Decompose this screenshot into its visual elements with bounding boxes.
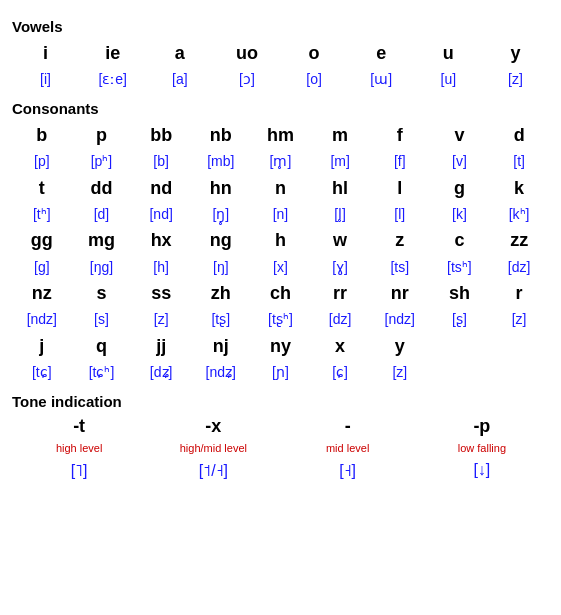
consonant-latin-0-6: f — [370, 121, 430, 150]
tone-desc-1: high/mid level — [146, 439, 280, 457]
tone-latin-2: - — [281, 414, 415, 439]
consonant-latin-0-3: nb — [191, 121, 251, 150]
vowel-ipa-1: [ɛːe] — [79, 68, 146, 92]
consonant-latin-4-3: nj — [191, 332, 251, 361]
consonant-ipa-2-7: [tsʰ] — [430, 256, 490, 280]
consonant-latin-1-8: k — [489, 174, 549, 203]
vowel-latin-2: a — [146, 39, 213, 68]
consonant-latin-4-6: y — [370, 332, 430, 361]
consonant-latin-3-6: nr — [370, 279, 430, 308]
consonant-latin-1-2: nd — [131, 174, 191, 203]
consonant-ipa-3-0: [ndz] — [12, 308, 72, 332]
consonant-latin-1-1: dd — [72, 174, 132, 203]
consonant-ipa-row-0: [p][pʰ][b][mb][m̥][m][f][v][t] — [12, 150, 549, 174]
consonant-ipa-0-1: [pʰ] — [72, 150, 132, 174]
consonant-ipa-row-1: [tʰ][d][nd][ŋ̥][n][l̥][l][k][kʰ] — [12, 203, 549, 227]
consonant-latin-row-4: jqjjnjnyxy — [12, 332, 549, 361]
consonant-latin-4-7 — [430, 332, 490, 361]
tone-desc-3: low falling — [415, 439, 549, 457]
consonants-table: bpbbnbhmmfvd[p][pʰ][b][mb][m̥][m][f][v][… — [12, 121, 549, 385]
consonant-latin-2-2: hx — [131, 226, 191, 255]
vowel-latin-5: e — [348, 39, 415, 68]
consonant-ipa-3-8: [z] — [489, 308, 549, 332]
tone-desc-row: high levelhigh/mid levelmid levellow fal… — [12, 439, 549, 457]
consonant-latin-1-3: hn — [191, 174, 251, 203]
consonant-ipa-2-5: [ɣ] — [310, 256, 370, 280]
consonant-latin-3-7: sh — [430, 279, 490, 308]
vowel-latin-0: i — [12, 39, 79, 68]
consonant-ipa-1-4: [n] — [251, 203, 311, 227]
vowel-ipa-0: [i] — [12, 68, 79, 92]
consonant-latin-3-1: s — [72, 279, 132, 308]
tone-section: Tone indication -t-x--phigh levelhigh/mi… — [12, 393, 549, 482]
consonant-ipa-0-8: [t] — [489, 150, 549, 174]
tone-latin-row: -t-x--p — [12, 414, 549, 439]
consonant-latin-0-0: b — [12, 121, 72, 150]
vowel-latin-1: ie — [79, 39, 146, 68]
consonant-ipa-0-4: [m̥] — [251, 150, 311, 174]
consonant-ipa-0-6: [f] — [370, 150, 430, 174]
consonant-latin-2-3: ng — [191, 226, 251, 255]
tone-ipa-2: [˧] — [281, 457, 415, 482]
consonant-latin-4-5: x — [310, 332, 370, 361]
consonant-latin-0-4: hm — [251, 121, 311, 150]
consonant-latin-3-5: rr — [310, 279, 370, 308]
consonant-ipa-2-1: [ŋg] — [72, 256, 132, 280]
consonant-latin-2-0: gg — [12, 226, 72, 255]
consonant-latin-4-8 — [489, 332, 549, 361]
vowels-table: iieauooeuy [i][ɛːe][a][ɔ][o][ɯ][u][z] — [12, 39, 549, 92]
consonant-latin-4-4: ny — [251, 332, 311, 361]
vowel-latin-row: iieauooeuy — [12, 39, 549, 68]
consonant-ipa-2-2: [h] — [131, 256, 191, 280]
consonant-latin-4-0: j — [12, 332, 72, 361]
vowel-ipa-7: [z] — [482, 68, 549, 92]
vowel-latin-4: o — [281, 39, 348, 68]
consonant-ipa-4-6: [z] — [370, 361, 430, 385]
consonant-latin-1-0: t — [12, 174, 72, 203]
consonant-ipa-row-2: [g][ŋg][h][ŋ][x][ɣ][ts][tsʰ][dz] — [12, 256, 549, 280]
tone-latin-3: -p — [415, 414, 549, 439]
tone-ipa-row: [˥][˦/˧][˧][↓] — [12, 457, 549, 482]
consonant-ipa-4-5: [ɕ] — [310, 361, 370, 385]
consonant-ipa-2-6: [ts] — [370, 256, 430, 280]
consonant-ipa-3-2: [z] — [131, 308, 191, 332]
consonant-ipa-3-1: [s] — [72, 308, 132, 332]
consonant-latin-2-7: c — [430, 226, 490, 255]
consonant-ipa-3-6: [ndz] — [370, 308, 430, 332]
vowel-latin-6: u — [415, 39, 482, 68]
vowel-ipa-5: [ɯ] — [348, 68, 415, 92]
consonant-ipa-row-4: [tɕ][tɕʰ][dʑ][ndʑ][ɲ][ɕ][z] — [12, 361, 549, 385]
consonant-ipa-4-3: [ndʑ] — [191, 361, 251, 385]
consonants-title: Consonants — [12, 100, 549, 117]
consonant-ipa-1-5: [l̥] — [310, 203, 370, 227]
consonant-ipa-0-7: [v] — [430, 150, 490, 174]
vowel-latin-3: uo — [213, 39, 280, 68]
consonant-ipa-1-3: [ŋ̥] — [191, 203, 251, 227]
tone-desc-2: mid level — [281, 439, 415, 457]
consonant-latin-2-1: mg — [72, 226, 132, 255]
consonant-latin-row-2: ggmghxnghwzczz — [12, 226, 549, 255]
consonant-ipa-3-5: [dz] — [310, 308, 370, 332]
consonant-latin-2-6: z — [370, 226, 430, 255]
consonant-latin-3-3: zh — [191, 279, 251, 308]
consonant-latin-3-2: ss — [131, 279, 191, 308]
consonant-latin-1-7: g — [430, 174, 490, 203]
consonant-latin-0-5: m — [310, 121, 370, 150]
consonant-latin-1-4: n — [251, 174, 311, 203]
consonant-ipa-3-3: [tʂ] — [191, 308, 251, 332]
consonant-ipa-4-1: [tɕʰ] — [72, 361, 132, 385]
consonant-latin-2-5: w — [310, 226, 370, 255]
vowel-ipa-row: [i][ɛːe][a][ɔ][o][ɯ][u][z] — [12, 68, 549, 92]
tone-ipa-3: [↓] — [415, 457, 549, 482]
consonant-latin-row-1: tddndhnnhllgk — [12, 174, 549, 203]
tone-title: Tone indication — [12, 393, 549, 410]
consonant-latin-1-5: hl — [310, 174, 370, 203]
consonant-ipa-4-4: [ɲ] — [251, 361, 311, 385]
consonant-ipa-3-7: [ʂ] — [430, 308, 490, 332]
consonant-latin-4-1: q — [72, 332, 132, 361]
tone-desc-0: high level — [12, 439, 146, 457]
vowel-ipa-4: [o] — [281, 68, 348, 92]
tone-ipa-0: [˥] — [12, 457, 146, 482]
consonant-ipa-2-8: [dz] — [489, 256, 549, 280]
consonant-ipa-1-6: [l] — [370, 203, 430, 227]
